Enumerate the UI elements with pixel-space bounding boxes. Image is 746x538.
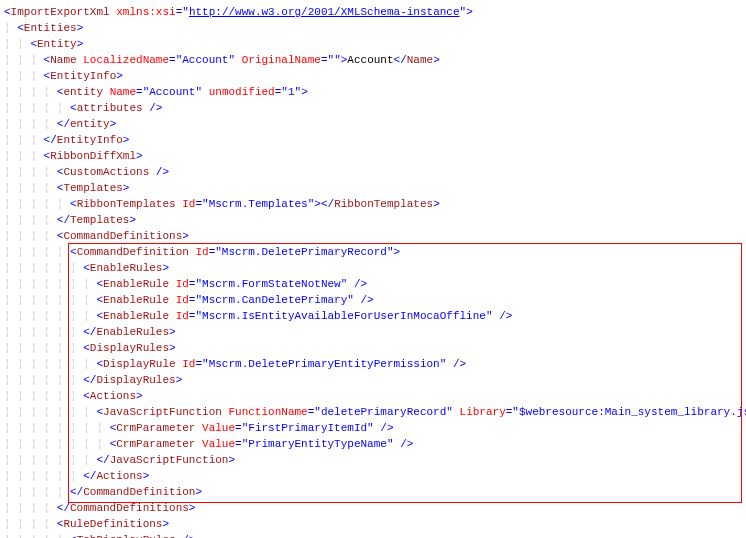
token-brk: " bbox=[387, 438, 394, 450]
code-line[interactable]: ¦ ¦ ¦ ¦ ¦ ¦ ¦ <EnableRule Id="Mscrm.IsEn… bbox=[4, 308, 742, 324]
code-line[interactable]: ¦ ¦ ¦ ¦ ¦ ¦ ¦ <JavaScriptFunction Functi… bbox=[4, 404, 742, 420]
code-line[interactable]: ¦ ¦ ¦ ¦ ¦ ¦ <EnableRules> bbox=[4, 260, 742, 276]
token-elem: entity bbox=[70, 118, 110, 130]
code-line[interactable]: ¦ ¦ ¦ ¦ <RuleDefinitions> bbox=[4, 516, 742, 532]
token-brk: /> bbox=[400, 438, 413, 450]
indent-guide: ¦ ¦ ¦ ¦ bbox=[4, 214, 57, 226]
indent-guide: ¦ ¦ ¦ ¦ ¦ bbox=[4, 486, 70, 498]
code-line[interactable]: ¦ ¦ ¦ ¦ </Templates> bbox=[4, 212, 742, 228]
code-line[interactable]: ¦ ¦ ¦ ¦ ¦ ¦ ¦ ¦ <CrmParameter Value="Fir… bbox=[4, 420, 742, 436]
token-val: Mscrm.CanDeletePrimary bbox=[202, 294, 347, 306]
code-line[interactable]: ¦ ¦ ¦ ¦ ¦ ¦ ¦ <EnableRule Id="Mscrm.CanD… bbox=[4, 292, 742, 308]
code-line[interactable]: ¦ ¦ ¦ ¦ ¦ ¦ ¦ ¦ <CrmParameter Value="Pri… bbox=[4, 436, 742, 452]
indent-guide: ¦ ¦ ¦ bbox=[4, 134, 44, 146]
token-brk: > bbox=[182, 230, 189, 242]
code-line[interactable]: ¦ ¦ ¦ ¦ ¦ ¦ ¦ </JavaScriptFunction> bbox=[4, 452, 742, 468]
token-brk: > bbox=[143, 470, 150, 482]
token-elem: CrmParameter bbox=[116, 422, 195, 434]
code-line[interactable]: <ImportExportXml xmlns:xsi="http://www.w… bbox=[4, 4, 742, 20]
token-attr: Id bbox=[176, 294, 189, 306]
token-brk: > bbox=[77, 22, 84, 34]
code-line[interactable]: ¦ ¦ ¦ ¦ <CommandDefinitions> bbox=[4, 228, 742, 244]
token-elem: EnableRules bbox=[96, 326, 169, 338]
token-val: PrimaryEntityTypeName bbox=[248, 438, 387, 450]
token-brk: /> bbox=[156, 166, 169, 178]
indent-guide: ¦ ¦ ¦ bbox=[4, 54, 44, 66]
indent-guide: ¦ ¦ ¦ ¦ ¦ bbox=[4, 102, 70, 114]
code-line[interactable]: ¦ ¦ ¦ ¦ ¦ <attributes /> bbox=[4, 100, 742, 116]
indent-guide: ¦ ¦ ¦ ¦ bbox=[4, 230, 57, 242]
code-line[interactable]: ¦ ¦ <Entity> bbox=[4, 36, 742, 52]
token-brk: > bbox=[123, 182, 130, 194]
token-brk: =" bbox=[195, 198, 208, 210]
code-line[interactable]: ¦ ¦ ¦ </EntityInfo> bbox=[4, 132, 742, 148]
indent-guide: ¦ ¦ ¦ ¦ ¦ bbox=[4, 246, 70, 258]
code-line[interactable]: ¦ ¦ ¦ ¦ </entity> bbox=[4, 116, 742, 132]
indent-guide: ¦ ¦ ¦ ¦ ¦ ¦ bbox=[4, 342, 83, 354]
token-brk: =" bbox=[195, 358, 208, 370]
code-line[interactable]: ¦ ¦ ¦ <Name LocalizedName="Account" Orig… bbox=[4, 52, 742, 68]
token-elem: EnableRule bbox=[103, 310, 169, 322]
xml-code-container: <ImportExportXml xmlns:xsi="http://www.w… bbox=[4, 4, 742, 538]
token-brk: > bbox=[189, 502, 196, 514]
token-brk: > bbox=[136, 150, 143, 162]
indent-guide: ¦ ¦ ¦ ¦ ¦ ¦ ¦ bbox=[4, 278, 96, 290]
indent-guide: ¦ bbox=[4, 22, 17, 34]
token-brk: /> bbox=[380, 422, 393, 434]
token-brk: </ bbox=[57, 502, 70, 514]
code-line[interactable]: ¦ ¦ ¦ ¦ <CustomActions /> bbox=[4, 164, 742, 180]
indent-guide: ¦ ¦ ¦ ¦ ¦ ¦ bbox=[4, 326, 83, 338]
token-brk: > bbox=[123, 134, 130, 146]
token-val: Account bbox=[149, 86, 195, 98]
code-line[interactable]: ¦ ¦ ¦ ¦ ¦ ¦ </EnableRules> bbox=[4, 324, 742, 340]
code-line[interactable]: ¦ ¦ ¦ ¦ ¦ ¦ ¦ <EnableRule Id="Mscrm.Form… bbox=[4, 276, 742, 292]
token-elem: DisplayRules bbox=[90, 342, 169, 354]
code-line[interactable]: ¦ ¦ ¦ <RibbonDiffXml> bbox=[4, 148, 742, 164]
token-brk: /> bbox=[499, 310, 512, 322]
token-elem: Actions bbox=[96, 470, 142, 482]
token-brk: > bbox=[162, 518, 169, 530]
token-brk: > bbox=[77, 38, 84, 50]
token-elem: JavaScriptFunction bbox=[110, 454, 229, 466]
code-line[interactable]: ¦ ¦ ¦ ¦ </CommandDefinitions> bbox=[4, 500, 742, 516]
token-brk: /> bbox=[354, 278, 367, 290]
indent-guide: ¦ ¦ ¦ ¦ bbox=[4, 502, 57, 514]
code-line[interactable]: ¦ ¦ ¦ ¦ ¦ <RibbonTemplates Id="Mscrm.Tem… bbox=[4, 196, 742, 212]
token-brk: < bbox=[83, 262, 90, 274]
token-elem: Name bbox=[407, 54, 433, 66]
token-elem: RibbonTemplates bbox=[334, 198, 433, 210]
token-brk: =" bbox=[235, 422, 248, 434]
code-line[interactable]: ¦ ¦ ¦ ¦ ¦ ¦ <DisplayRules> bbox=[4, 340, 742, 356]
token-brk: /> bbox=[182, 534, 195, 538]
token-elem: ImportExportXml bbox=[11, 6, 110, 18]
code-line[interactable]: ¦ ¦ ¦ ¦ ¦ </CommandDefinition> bbox=[4, 484, 742, 500]
token-brk: > bbox=[301, 86, 308, 98]
token-attr: Id bbox=[176, 278, 189, 290]
token-brk: < bbox=[70, 534, 77, 538]
token-elem: Templates bbox=[63, 182, 122, 194]
token-elem: EnableRules bbox=[90, 262, 163, 274]
indent-guide: ¦ ¦ ¦ ¦ ¦ ¦ ¦ bbox=[4, 406, 96, 418]
token-brk: =" bbox=[209, 246, 222, 258]
code-line[interactable]: ¦ ¦ ¦ ¦ <Templates> bbox=[4, 180, 742, 196]
token-brk: " bbox=[367, 422, 374, 434]
code-line[interactable]: ¦ ¦ ¦ ¦ ¦ ¦ <Actions> bbox=[4, 388, 742, 404]
code-line[interactable]: ¦ ¦ ¦ ¦ <entity Name="Account" unmodifie… bbox=[4, 84, 742, 100]
token-elem: CommandDefinition bbox=[77, 246, 189, 258]
token-elem: Entity bbox=[37, 38, 77, 50]
token-txt: Account bbox=[347, 54, 393, 66]
code-line[interactable]: ¦ <Entities> bbox=[4, 20, 742, 36]
indent-guide: ¦ ¦ ¦ bbox=[4, 150, 44, 162]
token-val-link: http://www.w3.org/2001/XMLSchema-instanc… bbox=[189, 6, 460, 18]
indent-guide: ¦ ¦ ¦ ¦ ¦ ¦ bbox=[4, 374, 83, 386]
code-line[interactable]: ¦ ¦ ¦ ¦ ¦ <TabDisplayRules /> bbox=[4, 532, 742, 538]
code-line[interactable]: ¦ ¦ ¦ ¦ ¦ <CommandDefinition Id="Mscrm.D… bbox=[4, 244, 742, 260]
code-line[interactable]: ¦ ¦ ¦ ¦ ¦ ¦ </Actions> bbox=[4, 468, 742, 484]
code-line[interactable]: ¦ ¦ ¦ <EntityInfo> bbox=[4, 68, 742, 84]
token-brk: =" bbox=[169, 54, 182, 66]
code-line[interactable]: ¦ ¦ ¦ ¦ ¦ ¦ </DisplayRules> bbox=[4, 372, 742, 388]
token-val: Mscrm.IsEntityAvailableForUserInMocaOffl… bbox=[202, 310, 486, 322]
token-txt bbox=[149, 166, 156, 178]
code-line[interactable]: ¦ ¦ ¦ ¦ ¦ ¦ ¦ <DisplayRule Id="Mscrm.Del… bbox=[4, 356, 742, 372]
token-txt bbox=[169, 278, 176, 290]
